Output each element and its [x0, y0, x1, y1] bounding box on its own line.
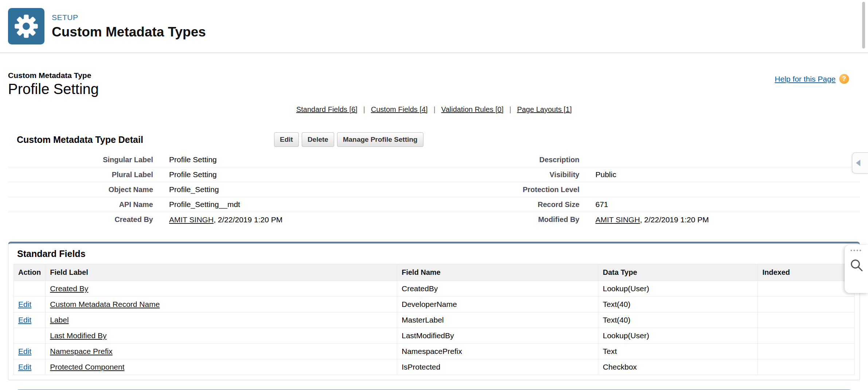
standard-fields-table: Action Field Label Field Name Data Type …: [13, 264, 855, 375]
field-value: Profile_Setting: [161, 185, 423, 194]
data-type-cell: Lookup(User): [598, 328, 758, 344]
setup-icon-box: [8, 8, 44, 44]
floating-search-panel[interactable]: ••••: [845, 245, 868, 293]
indexed-cell: [758, 297, 855, 312]
field-label: Description: [423, 156, 587, 164]
edit-row-link[interactable]: Edit: [18, 363, 31, 371]
action-cell: [14, 281, 46, 297]
edit-row-link[interactable]: Edit: [18, 347, 31, 355]
search-icon[interactable]: [849, 257, 864, 273]
field-label-link[interactable]: Label: [50, 316, 69, 324]
help-icon[interactable]: ?: [839, 74, 849, 84]
field-label: Plural Label: [8, 171, 161, 179]
field-value: Profile Setting: [161, 155, 423, 164]
action-cell: [14, 328, 46, 344]
edit-row-link[interactable]: Edit: [18, 300, 31, 308]
field-label: Record Size: [423, 200, 587, 209]
column-header-indexed: Indexed: [758, 264, 855, 281]
field-name-cell: MasterLabel: [397, 312, 598, 328]
indexed-cell: [758, 359, 855, 375]
field-value: Profile_Setting__mdt: [161, 200, 423, 209]
nav-page-layouts[interactable]: Page Layouts [1]: [517, 105, 572, 114]
detail-row: API Name Profile_Setting__mdt Record Siz…: [8, 197, 860, 212]
drag-handle-dots[interactable]: ••••: [850, 248, 862, 253]
gear-icon: [14, 14, 38, 38]
field-value: 671: [587, 200, 860, 209]
detail-row: Singular Label Profile Setting Descripti…: [8, 152, 860, 167]
nav-separator: |: [363, 105, 365, 114]
column-header-field-label: Field Label: [46, 264, 397, 281]
field-name-cell: NamespacePrefix: [397, 344, 598, 359]
nav-custom-fields[interactable]: Custom Fields [4]: [371, 105, 428, 114]
field-label: API Name: [8, 200, 161, 209]
field-label: Object Name: [8, 186, 161, 194]
field-name-cell: CreatedBy: [397, 281, 598, 297]
delete-button[interactable]: Delete: [302, 132, 334, 147]
app-title: Custom Metadata Types: [52, 24, 206, 40]
modified-by-datetime: , 2/22/2019 1:20 PM: [640, 215, 709, 224]
chevron-left-icon: [856, 160, 860, 166]
data-type-cell: Text(40): [598, 297, 758, 312]
page-title: Profile Setting: [8, 81, 860, 97]
detail-section-title: Custom Metadata Type Detail: [17, 134, 143, 145]
nav-separator: |: [434, 105, 435, 114]
app-header: SETUP Custom Metadata Types: [0, 0, 868, 53]
field-name-cell: IsProtected: [397, 359, 598, 375]
field-label: Modified By: [423, 215, 587, 224]
help-link[interactable]: Help for this Page: [775, 75, 836, 83]
header-text: SETUP Custom Metadata Types: [52, 13, 206, 40]
standard-fields-title: Standard Fields: [8, 243, 860, 264]
field-name-cell: DeveloperName: [397, 297, 598, 312]
data-type-cell: Lookup(User): [598, 281, 758, 297]
edit-button[interactable]: Edit: [274, 132, 299, 147]
field-label-link[interactable]: Custom Metadata Record Name: [50, 300, 160, 308]
table-row: Edit Label MasterLabel Text(40): [14, 312, 855, 328]
vertical-scrollbar-thumb[interactable]: [862, 2, 865, 48]
column-header-data-type: Data Type: [598, 264, 758, 281]
main-content: Custom Metadata Type Profile Setting Hel…: [0, 53, 868, 390]
standard-fields-section: Standard Fields Action Field Label Field…: [8, 242, 860, 380]
detail-row: Created By AMIT SINGH, 2/22/2019 1:20 PM…: [8, 212, 860, 227]
table-header-row: Action Field Label Field Name Data Type …: [14, 264, 855, 281]
nav-validation-rules[interactable]: Validation Rules [0]: [441, 105, 504, 114]
field-name-cell: LastModifiedBy: [397, 328, 598, 344]
field-label: Visibility: [423, 171, 587, 179]
field-label-link[interactable]: Namespace Prefix: [50, 347, 113, 355]
created-by-datetime: , 2/22/2019 1:20 PM: [214, 215, 282, 224]
nav-standard-fields[interactable]: Standard Fields [6]: [296, 105, 357, 114]
edit-row-link[interactable]: Edit: [18, 316, 31, 324]
field-label-link[interactable]: Protected Component: [50, 363, 124, 371]
field-label-link[interactable]: Last Modified By: [50, 331, 106, 340]
field-value: Profile Setting: [161, 170, 423, 179]
field-label: Singular Label: [8, 156, 161, 164]
table-row: Edit Namespace Prefix NamespacePrefix Te…: [14, 344, 855, 359]
setup-eyebrow: SETUP: [52, 13, 206, 22]
table-row: Edit Custom Metadata Record Name Develop…: [14, 297, 855, 312]
created-by-user-link[interactable]: AMIT SINGH: [169, 215, 214, 224]
field-label: Created By: [8, 215, 161, 224]
table-row: Last Modified By LastModifiedBy Lookup(U…: [14, 328, 855, 344]
modified-by-user-link[interactable]: AMIT SINGH: [595, 215, 640, 224]
indexed-cell: [758, 328, 855, 344]
data-type-cell: Text: [598, 344, 758, 359]
detail-header-bar: Custom Metadata Type Detail Edit Delete …: [8, 132, 860, 147]
section-nav: Standard Fields [6] | Custom Fields [4] …: [8, 105, 860, 114]
detail-table: Singular Label Profile Setting Descripti…: [8, 152, 860, 227]
indexed-cell: [758, 312, 855, 328]
table-row: Edit Protected Component IsProtected Che…: [14, 359, 855, 375]
entity-label: Custom Metadata Type: [8, 71, 860, 80]
sidebar-collapse-tab[interactable]: [852, 152, 868, 173]
field-label-link[interactable]: Created By: [50, 284, 88, 293]
column-header-field-name: Field Name: [397, 264, 598, 281]
column-header-action: Action: [14, 264, 46, 281]
data-type-cell: Checkbox: [598, 359, 758, 375]
nav-separator: |: [509, 105, 511, 114]
table-row: Created By CreatedBy Lookup(User): [14, 281, 855, 297]
data-type-cell: Text(40): [598, 312, 758, 328]
manage-profile-setting-button[interactable]: Manage Profile Setting: [337, 132, 423, 147]
field-label: Protection Level: [423, 186, 587, 194]
detail-row: Object Name Profile_Setting Protection L…: [8, 182, 860, 197]
help-for-this-page: Help for this Page ?: [775, 74, 849, 84]
field-value: AMIT SINGH, 2/22/2019 1:20 PM: [587, 215, 860, 224]
detail-buttons: Edit Delete Manage Profile Setting: [274, 132, 423, 147]
